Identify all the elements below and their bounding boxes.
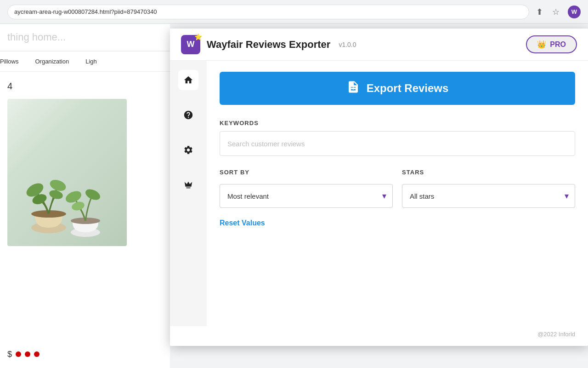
bottom-price: $ [7,350,12,359]
popup-body: Export Reviews KEYWORDS SORT BY Most rel… [170,61,588,326]
page-content: 4 [0,72,170,255]
sidebar-crown[interactable] [178,175,198,195]
popup-title: Wayfair Reviews Exporter [207,39,330,51]
popup-sidebar [170,61,207,326]
share-icon[interactable]: ⬆ [535,7,544,17]
sort-by-select-wrapper: Most relevant Most recent Most helpful T… [220,184,393,208]
page-header: thing home... [0,24,170,52]
help-icon [183,110,193,120]
keywords-label: KEYWORDS [220,120,575,126]
pro-button[interactable]: 👑 PRO [526,35,577,53]
crown-icon [183,180,193,190]
popup-main-content: Export Reviews KEYWORDS SORT BY Most rel… [207,61,588,326]
export-reviews-button[interactable]: Export Reviews [220,72,575,105]
dot2 [25,351,30,357]
popup-version: v1.0.0 [339,41,356,48]
nav-item-organization[interactable]: Organization [31,58,73,65]
page-price-label: 4 [7,81,163,92]
page-nav: Pillows Organization Ligh [0,52,170,72]
sort-by-group: SORT BY Most relevant Most recent Most h… [220,169,393,208]
extension-popup: W ⭐ Wayfair Reviews Exporter v1.0.0 👑 PR… [170,29,588,346]
sidebar-home[interactable] [178,70,198,90]
nav-item-lighting[interactable]: Ligh [82,58,101,65]
sidebar-settings[interactable] [178,140,198,160]
keywords-section: KEYWORDS [220,120,575,169]
svg-point-9 [84,187,102,202]
pro-crown-icon: 👑 [537,40,546,49]
reset-values-link[interactable]: Reset Values [220,219,265,227]
filters-row: SORT BY Most relevant Most recent Most h… [220,169,575,208]
export-button-label: Export Reviews [367,82,449,95]
bookmark-icon[interactable]: ☆ [551,7,560,17]
home-icon [183,75,193,85]
pro-button-label: PRO [550,40,566,49]
export-icon [346,80,360,97]
page-title-text: thing home... [7,31,66,43]
page-bottom: $ [0,340,170,368]
popup-footer: @2022 Inforld [170,326,588,346]
sort-by-select[interactable]: Most relevant Most recent Most helpful T… [220,184,393,208]
avatar[interactable]: W [568,6,581,18]
footer-text: @2022 Inforld [537,331,575,338]
export-file-icon [346,80,360,94]
sidebar-help[interactable] [178,105,198,125]
keywords-search-input[interactable] [220,131,575,156]
url-bar[interactable]: aycream-area-rug-w000807284.html?piid=87… [7,5,529,19]
plant-illustration [12,104,122,242]
sort-by-label: SORT BY [220,169,393,176]
dot3 [34,351,40,357]
settings-icon [183,145,193,155]
stars-label: STARS [402,169,575,176]
page-background: thing home... Pillows Organization Ligh … [0,24,170,368]
stars-select-wrapper: All stars 5 stars 4 stars 3 stars 2 star… [402,184,575,208]
stars-group: STARS All stars 5 stars 4 stars 3 stars … [402,169,575,208]
svg-point-3 [48,178,67,193]
nav-item-pillows[interactable]: Pillows [0,58,22,65]
stars-select[interactable]: All stars 5 stars 4 stars 3 stars 2 star… [402,184,575,208]
logo-star: ⭐ [194,33,202,40]
browser-icons: ⬆ ☆ W [535,6,581,18]
logo-letter: W [187,40,195,49]
url-text: aycream-area-rug-w000807284.html?piid=87… [14,8,157,15]
popup-header: W ⭐ Wayfair Reviews Exporter v1.0.0 👑 PR… [170,29,588,61]
dot1 [16,351,21,357]
browser-chrome: aycream-area-rug-w000807284.html?piid=87… [0,0,588,24]
popup-logo: W ⭐ [181,35,200,54]
product-image [7,99,127,246]
